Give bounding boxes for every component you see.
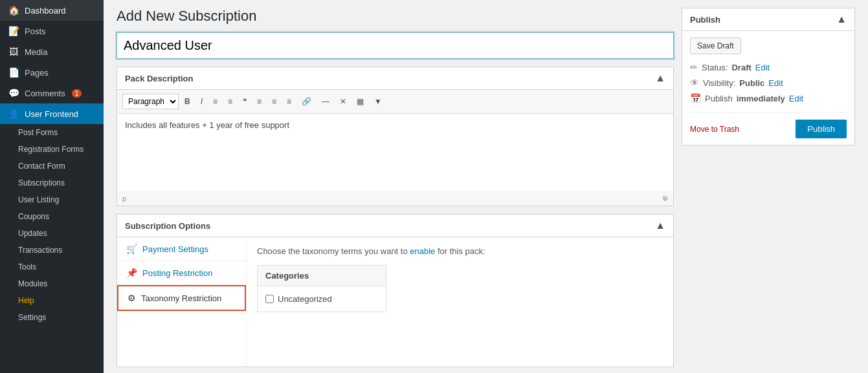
align-center-button[interactable]: ≡ [267, 94, 281, 109]
link-button[interactable]: 🔗 [297, 94, 316, 109]
blockquote-button[interactable]: ❝ [238, 94, 251, 109]
visibility-edit-link[interactable]: Edit [768, 78, 783, 88]
publish-body: Save Draft ✏ Status: Draft Edit 👁 Visibi… [682, 31, 854, 145]
highlight-enable: enable [410, 246, 435, 256]
publish-button[interactable]: Publish [796, 120, 847, 138]
pencil-icon: ✏ [690, 62, 698, 72]
sidebar-label-comments: Comments [25, 89, 65, 98]
timing-row: 📅 Publish immediately Edit [690, 93, 847, 103]
sidebar-item-media[interactable]: 🖼 Media [0, 41, 104, 62]
ol-button[interactable]: ≡ [223, 94, 237, 109]
category-uncategorized-checkbox[interactable] [265, 295, 274, 303]
sidebar-item-post-forms[interactable]: Post Forms [0, 124, 104, 141]
sidebar-label-pages: Pages [25, 68, 49, 78]
sidebar-item-dashboard[interactable]: 🏠 Dashboard [0, 0, 104, 21]
sidebar-item-settings[interactable]: Settings [0, 309, 104, 326]
sidebar: 🏠 Dashboard 📝 Posts 🖼 Media 📄 Pages 💬 Co… [0, 0, 104, 373]
subscription-tabs: 🛒 Payment Settings 📌 Posting Restriction… [117, 237, 247, 367]
categories-list: Uncategorized [258, 286, 386, 312]
publish-collapse[interactable]: ▲ [836, 14, 847, 25]
align-left-button[interactable]: ≡ [252, 94, 266, 109]
editor-body[interactable]: Includes all features + 1 year of free s… [117, 114, 673, 191]
comments-icon: 💬 [8, 88, 19, 98]
subscription-options-title: Subscription Options [125, 221, 210, 231]
eye-icon: 👁 [690, 78, 699, 88]
sidebar-item-user-frontend[interactable]: 👤 User Frontend [0, 103, 104, 124]
status-value: Draft [731, 63, 751, 72]
editor-resize: ⟱ [662, 195, 668, 203]
category-uncategorized[interactable]: Uncategorized [265, 292, 378, 306]
publish-title: Publish [690, 15, 720, 25]
more-button[interactable]: ▼ [370, 94, 386, 109]
move-to-trash-link[interactable]: Move to Trash [690, 125, 739, 134]
sidebar-item-coupons[interactable]: Coupons [0, 208, 104, 225]
pack-description-header: Pack Description ▲ [117, 67, 673, 90]
visibility-label: Visibility: [703, 78, 735, 88]
user-frontend-icon: 👤 [8, 109, 19, 119]
calendar-icon: 📅 [690, 93, 701, 103]
sidebar-item-transactions[interactable]: Transactions [0, 242, 104, 259]
tab-taxonomy-label: Taxonomy Restriction [141, 293, 221, 303]
posts-icon: 📝 [8, 26, 19, 36]
sidebar-item-help[interactable]: Help [0, 292, 104, 309]
tab-payment-label: Payment Settings [142, 244, 208, 254]
taxonomy-icon: ⚙ [128, 293, 136, 303]
status-row: ✏ Status: Draft Edit [690, 62, 847, 72]
sidebar-item-pages[interactable]: 📄 Pages [0, 62, 104, 83]
subscription-options-box: Subscription Options ▲ 🛒 Payment Setting… [117, 214, 674, 367]
publish-header: Publish ▲ [682, 8, 854, 31]
cart-icon: 🛒 [126, 244, 137, 254]
sidebar-item-comments[interactable]: 💬 Comments 1 [0, 83, 104, 103]
sidebar-label-dashboard: Dashboard [25, 6, 66, 16]
sidebar-label-media: Media [25, 47, 47, 57]
sidebar-item-modules[interactable]: Modules [0, 275, 104, 292]
tab-posting-restriction[interactable]: 📌 Posting Restriction [117, 261, 246, 285]
taxonomy-content: Choose the taxonomy terms you want to en… [247, 237, 673, 367]
table-button[interactable]: ▦ [352, 94, 368, 109]
pages-icon: 📄 [8, 67, 19, 78]
sidebar-item-posts[interactable]: 📝 Posts [0, 21, 104, 41]
taxonomy-description: Choose the taxonomy terms you want to en… [257, 246, 663, 256]
ul-button[interactable]: ≡ [208, 94, 222, 109]
paragraph-select[interactable]: Paragraph [122, 94, 179, 109]
publish-timing-label: Publish [705, 94, 733, 103]
align-right-button[interactable]: ≡ [282, 94, 296, 109]
sidebar-item-contact-form[interactable]: Contact Form [0, 158, 104, 175]
tab-posting-label: Posting Restriction [142, 268, 212, 278]
status-edit-link[interactable]: Edit [755, 63, 770, 72]
bold-button[interactable]: B [180, 94, 195, 109]
pack-description-title: Pack Description [125, 74, 194, 83]
editor-content: Includes all features + 1 year of free s… [125, 120, 665, 130]
publish-meta: ✏ Status: Draft Edit 👁 Visibility: Publi… [690, 62, 847, 103]
sidebar-item-tools[interactable]: Tools [0, 259, 104, 275]
dashboard-icon: 🏠 [8, 5, 19, 16]
save-draft-button[interactable]: Save Draft [690, 37, 741, 54]
sidebar-item-subscriptions[interactable]: Subscriptions [0, 175, 104, 191]
tab-payment-settings[interactable]: 🛒 Payment Settings [117, 237, 246, 261]
publish-timing-value: immediately [737, 94, 785, 103]
sidebar-item-updates[interactable]: Updates [0, 225, 104, 242]
publish-actions: Move to Trash Publish [690, 112, 847, 138]
italic-button[interactable]: I [196, 94, 207, 109]
sidebar-label-user-frontend: User Frontend [25, 109, 78, 119]
publish-box: Publish ▲ Save Draft ✏ Status: Draft Edi… [682, 8, 855, 145]
editor-footer: p ⟱ [117, 191, 673, 206]
subscription-options-collapse[interactable]: ▲ [655, 220, 665, 231]
pin-icon: 📌 [126, 268, 137, 278]
title-input[interactable] [117, 32, 674, 59]
editor-tag: p [122, 195, 126, 203]
timing-edit-link[interactable]: Edit [789, 94, 803, 103]
fullscreen-button[interactable]: ✕ [335, 94, 351, 109]
page-title: Add New Subscription [117, 8, 674, 25]
hr-button[interactable]: — [317, 94, 334, 109]
categories-box: Categories Uncategorized [257, 265, 386, 312]
sidebar-item-registration-forms[interactable]: Registration Forms [0, 141, 104, 158]
media-icon: 🖼 [8, 47, 19, 57]
right-sidebar: Publish ▲ Save Draft ✏ Status: Draft Edi… [674, 8, 855, 145]
category-uncategorized-label: Uncategorized [278, 294, 332, 304]
sidebar-item-user-listing[interactable]: User Listing [0, 191, 104, 208]
tab-taxonomy-restriction[interactable]: ⚙ Taxonomy Restriction [117, 285, 246, 311]
pack-description-collapse[interactable]: ▲ [655, 72, 665, 84]
main-content: Add New Subscription Pack Description ▲ … [104, 0, 868, 373]
categories-header: Categories [258, 266, 386, 286]
